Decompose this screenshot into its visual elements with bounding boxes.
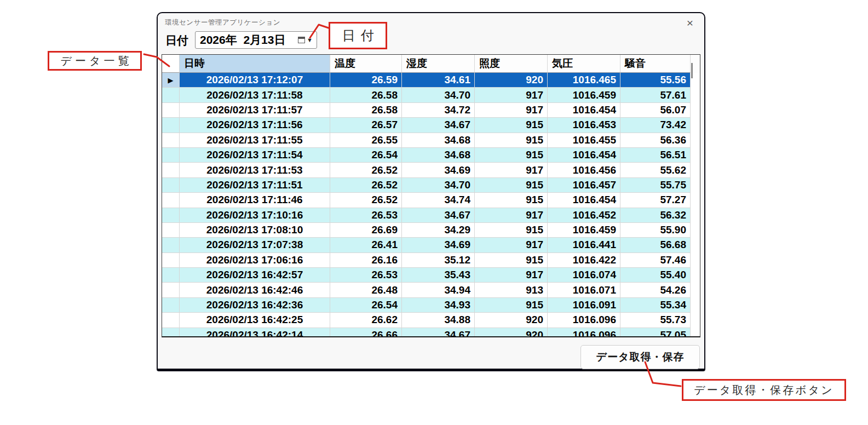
table-row[interactable]: 2026/02/13 16:42:5726.5335.439171016.074… (162, 268, 700, 283)
row-header-cell[interactable] (162, 103, 180, 118)
table-row[interactable]: 2026/02/13 17:10:1626.5334.679171016.452… (162, 208, 700, 223)
table-row[interactable]: 2026/02/13 17:11:5426.5434.689151016.454… (162, 148, 700, 163)
cell[interactable]: 915 (475, 133, 548, 148)
cell[interactable]: 26.59 (330, 73, 402, 88)
table-row[interactable]: 2026/02/13 17:11:4626.5234.749151016.454… (162, 193, 700, 208)
table-row[interactable]: 2026/02/13 17:11:5726.5834.729171016.454… (162, 103, 700, 118)
row-header-cell[interactable] (162, 133, 180, 148)
cell[interactable]: 920 (475, 73, 548, 88)
row-header-cell[interactable] (162, 268, 180, 283)
cell[interactable]: 1016.074 (548, 268, 620, 283)
cell[interactable]: 2026/02/13 16:42:25 (180, 313, 330, 328)
cell[interactable]: 26.54 (330, 298, 402, 313)
column-header-5[interactable]: 気圧 (548, 55, 620, 73)
cell[interactable]: 34.72 (402, 103, 475, 118)
row-header-cell[interactable] (162, 223, 180, 238)
cell[interactable]: 34.69 (402, 163, 475, 177)
cell[interactable]: 915 (475, 148, 548, 163)
cell[interactable]: 26.41 (330, 238, 402, 252)
cell[interactable]: 34.93 (402, 298, 475, 313)
column-header-6[interactable]: 騒音 (620, 55, 691, 73)
cell[interactable]: 55.40 (620, 268, 691, 283)
cell[interactable]: 34.94 (402, 283, 475, 297)
cell[interactable]: 915 (475, 298, 548, 313)
table-row[interactable]: ▶2026/02/13 17:12:0726.5934.619201016.46… (162, 73, 700, 88)
row-header-cell[interactable] (162, 148, 180, 163)
cell[interactable]: 1016.071 (548, 283, 620, 297)
row-header-cell[interactable] (162, 313, 180, 328)
cell[interactable]: 915 (475, 253, 548, 268)
cell[interactable]: 1016.452 (548, 208, 620, 223)
cell[interactable]: 26.55 (330, 133, 402, 148)
row-header-cell[interactable] (162, 253, 180, 268)
cell[interactable]: 34.70 (402, 88, 475, 102)
cell[interactable]: 57.05 (620, 328, 691, 337)
cell[interactable]: 1016.454 (548, 193, 620, 208)
table-row[interactable]: 2026/02/13 17:11:5526.5534.689151016.455… (162, 133, 700, 148)
cell[interactable]: 2026/02/13 16:42:36 (180, 298, 330, 313)
table-row[interactable]: 2026/02/13 16:42:2526.6234.889201016.096… (162, 313, 700, 328)
cell[interactable]: 2026/02/13 17:11:54 (180, 148, 330, 163)
cell[interactable]: 2026/02/13 16:42:57 (180, 268, 330, 283)
row-header-cell[interactable] (162, 178, 180, 193)
cell[interactable]: 26.58 (330, 103, 402, 118)
cell[interactable]: 26.62 (330, 313, 402, 328)
cell[interactable]: 2026/02/13 17:06:16 (180, 253, 330, 268)
cell[interactable]: 1016.096 (548, 328, 620, 337)
vertical-scrollbar-thumb[interactable] (691, 63, 693, 78)
cell[interactable]: 920 (475, 328, 548, 337)
cell[interactable]: 34.29 (402, 223, 475, 238)
row-header-cell[interactable] (162, 283, 180, 297)
cell[interactable]: 34.67 (402, 208, 475, 223)
column-header-2[interactable]: 温度 (330, 55, 402, 73)
cell[interactable]: 26.69 (330, 223, 402, 238)
row-header-cell[interactable] (162, 238, 180, 252)
cell[interactable]: 54.26 (620, 283, 691, 297)
cell[interactable]: 34.68 (402, 133, 475, 148)
cell[interactable]: 915 (475, 193, 548, 208)
cell[interactable]: 57.46 (620, 253, 691, 268)
cell[interactable]: 34.70 (402, 178, 475, 193)
cell[interactable]: 55.73 (620, 313, 691, 328)
grid-corner-cell[interactable] (162, 55, 180, 73)
cell[interactable]: 34.68 (402, 148, 475, 163)
cell[interactable]: 1016.454 (548, 103, 620, 118)
cell[interactable]: 917 (475, 88, 548, 102)
cell[interactable]: 26.58 (330, 88, 402, 102)
cell[interactable]: 917 (475, 163, 548, 177)
cell[interactable]: 35.43 (402, 268, 475, 283)
cell[interactable]: 2026/02/13 17:11:53 (180, 163, 330, 177)
cell[interactable]: 26.54 (330, 148, 402, 163)
cell[interactable]: 34.67 (402, 118, 475, 133)
row-header-cell[interactable] (162, 163, 180, 177)
cell[interactable]: 56.51 (620, 148, 691, 163)
row-header-cell[interactable] (162, 208, 180, 223)
cell[interactable]: 2026/02/13 16:42:14 (180, 328, 330, 337)
cell[interactable]: 2026/02/13 17:11:55 (180, 133, 330, 148)
cell[interactable]: 2026/02/13 17:11:46 (180, 193, 330, 208)
cell[interactable]: 917 (475, 103, 548, 118)
cell[interactable]: 55.62 (620, 163, 691, 177)
cell[interactable]: 915 (475, 118, 548, 133)
cell[interactable]: 57.61 (620, 88, 691, 102)
cell[interactable]: 26.52 (330, 178, 402, 193)
current-row-marker-icon[interactable]: ▶ (162, 73, 180, 88)
cell[interactable]: 1016.096 (548, 313, 620, 328)
table-row[interactable]: 2026/02/13 17:06:1626.1635.129151016.422… (162, 253, 700, 268)
cell[interactable]: 1016.459 (548, 223, 620, 238)
cell[interactable]: 2026/02/13 16:42:46 (180, 283, 330, 297)
cell[interactable]: 2026/02/13 17:11:58 (180, 88, 330, 102)
cell[interactable]: 920 (475, 313, 548, 328)
cell[interactable]: 2026/02/13 17:08:10 (180, 223, 330, 238)
cell[interactable]: 1016.422 (548, 253, 620, 268)
cell[interactable]: 2026/02/13 17:07:38 (180, 238, 330, 252)
cell[interactable]: 913 (475, 283, 548, 297)
cell[interactable]: 26.52 (330, 163, 402, 177)
table-row[interactable]: 2026/02/13 17:11:5626.5734.679151016.453… (162, 118, 700, 133)
cell[interactable]: 26.53 (330, 208, 402, 223)
table-row[interactable]: 2026/02/13 16:42:4626.4834.949131016.071… (162, 283, 700, 297)
date-picker[interactable]: 2026年 2月13日 ▼ (195, 31, 317, 49)
table-row[interactable]: 2026/02/13 16:42:3626.5434.939151016.091… (162, 298, 700, 313)
column-header-3[interactable]: 湿度 (402, 55, 475, 73)
cell[interactable]: 34.69 (402, 238, 475, 252)
